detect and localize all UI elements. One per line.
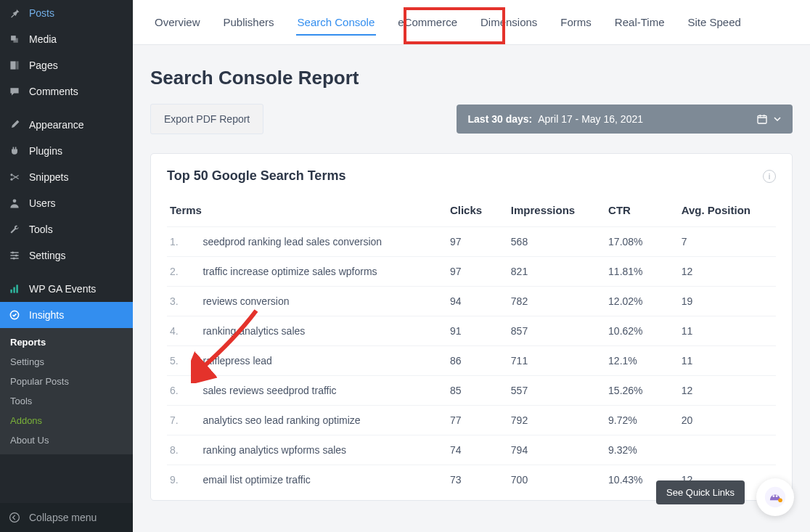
tab-publishers[interactable]: Publishers — [222, 1, 276, 43]
svg-rect-13 — [758, 115, 766, 123]
cell-ctr: 12.1% — [605, 346, 679, 376]
sidebar-item-appearance[interactable]: Appearance — [0, 112, 133, 138]
tab-forms[interactable]: Forms — [559, 1, 593, 43]
col-header: Terms — [167, 194, 447, 227]
cell-avg-position: 12 — [679, 257, 776, 287]
table-row: 3.reviews conversion9478212.02%19 — [167, 287, 776, 316]
cell-impressions: 792 — [508, 406, 605, 435]
table-row: 4.ranking analytics sales9185710.62%11 — [167, 316, 776, 346]
submenu-item-tools[interactable]: Tools — [0, 391, 133, 411]
table-row: 7.analytics seo lead ranking optimize777… — [167, 406, 776, 435]
cell-avg-position: 7 — [679, 227, 776, 257]
sidebar-item-users[interactable]: Users — [0, 190, 133, 216]
sidebar-item-label: Snippets — [29, 171, 68, 183]
search-terms-table: TermsClicksImpressionsCTRAvg. Position 1… — [167, 194, 776, 494]
calendar-icon — [756, 113, 768, 125]
svg-point-4 — [13, 199, 17, 202]
info-icon[interactable]: i — [763, 170, 776, 183]
svg-point-15 — [772, 495, 774, 497]
cell-ctr: 15.26% — [605, 376, 679, 406]
submenu-item-addons[interactable]: Addons — [0, 411, 133, 430]
submenu-item-reports[interactable]: Reports — [0, 332, 133, 352]
cell-avg-position: 19 — [679, 287, 776, 316]
sidebar-item-media[interactable]: Media — [0, 26, 133, 52]
cell-avg-position: 11 — [679, 346, 776, 376]
row-index: 4. — [167, 316, 200, 346]
svg-rect-10 — [16, 285, 17, 292]
row-index: 7. — [167, 406, 200, 435]
cell-clicks: 74 — [447, 435, 508, 465]
cell-avg-position — [679, 435, 776, 465]
sidebar-item-comments[interactable]: Comments — [0, 78, 133, 105]
submenu-item-popular-posts[interactable]: Popular Posts — [0, 372, 133, 391]
col-header: CTR — [605, 194, 679, 227]
submenu-item-settings[interactable]: Settings — [0, 352, 133, 372]
cell-impressions: 821 — [508, 257, 605, 287]
brush-icon — [7, 118, 22, 132]
date-range-label: Last 30 days: — [468, 113, 533, 125]
svg-point-12 — [10, 513, 20, 523]
collapse-menu-button[interactable]: Collapse menu — [0, 503, 133, 532]
sidebar-item-snippets[interactable]: Snippets — [0, 164, 133, 190]
sidebar-item-label: Media — [29, 33, 57, 45]
sidebar-item-label: Comments — [29, 86, 78, 97]
collapse-label: Collapse menu — [29, 512, 97, 523]
export-pdf-button[interactable]: Export PDF Report — [150, 104, 263, 134]
cell-term: email list optimize traffic — [200, 465, 447, 495]
tab-site-speed[interactable]: Site Speed — [686, 1, 742, 43]
svg-point-6 — [15, 254, 17, 256]
main-content: OverviewPublishersSearch ConsoleeCommerc… — [133, 0, 810, 532]
svg-rect-0 — [10, 61, 15, 69]
cell-impressions: 857 — [508, 316, 605, 346]
submenu-item-about-us[interactable]: About Us — [0, 430, 133, 450]
cell-impressions: 794 — [508, 435, 605, 465]
user-icon — [7, 196, 22, 210]
sidebar-item-label: Posts — [29, 7, 54, 19]
row-index: 6. — [167, 376, 200, 406]
cell-ctr: 12.02% — [605, 287, 679, 316]
sidebar-item-label: WP GA Events — [29, 283, 96, 295]
tab-dimensions[interactable]: Dimensions — [479, 1, 539, 43]
sidebar-item-plugins[interactable]: Plugins — [0, 138, 133, 164]
cell-term: ranking analytics wpforms sales — [200, 435, 447, 465]
tab-ecommerce[interactable]: eCommerce — [396, 1, 459, 43]
report-tabs: OverviewPublishersSearch ConsoleeCommerc… — [133, 0, 810, 45]
svg-point-17 — [778, 498, 782, 502]
cell-term: rafflepress lead — [200, 346, 447, 376]
cell-impressions: 557 — [508, 376, 605, 406]
cell-term: seedprod ranking lead sales conversion — [200, 227, 447, 257]
sidebar-item-label: Appearance — [29, 119, 84, 131]
cell-term: sales reviews seedprod traffic — [200, 376, 447, 406]
cell-clicks: 73 — [447, 465, 508, 495]
wrench-icon — [7, 222, 22, 237]
tab-overview[interactable]: Overview — [153, 1, 202, 43]
row-index: 2. — [167, 257, 200, 287]
collapse-icon — [7, 510, 22, 525]
cell-ctr: 10.62% — [605, 316, 679, 346]
comment-icon — [7, 84, 22, 99]
sidebar-item-settings[interactable]: Settings — [0, 242, 133, 269]
sidebar-item-wp-ga-events[interactable]: WP GA Events — [0, 276, 133, 302]
date-range-value: April 17 - May 16, 2021 — [538, 113, 643, 125]
admin-sidebar: PostsMediaPagesComments AppearancePlugin… — [0, 0, 133, 532]
plug-icon — [7, 144, 22, 158]
sidebar-item-posts[interactable]: Posts — [0, 0, 133, 26]
cell-impressions: 568 — [508, 227, 605, 257]
date-range-picker[interactable]: Last 30 days: April 17 - May 16, 2021 — [457, 105, 793, 134]
cell-term: traffic increase optimize sales wpforms — [200, 257, 447, 287]
col-header: Clicks — [447, 194, 508, 227]
table-row: 5.rafflepress lead8671112.1%11 — [167, 346, 776, 376]
cell-clicks: 97 — [447, 227, 508, 257]
cell-clicks: 91 — [447, 316, 508, 346]
col-header: Avg. Position — [679, 194, 776, 227]
insights-icon — [7, 308, 22, 322]
sidebar-item-tools[interactable]: Tools — [0, 216, 133, 242]
cell-clicks: 85 — [447, 376, 508, 406]
row-index: 5. — [167, 346, 200, 376]
tab-real-time[interactable]: Real-Time — [613, 1, 666, 43]
quick-links-button[interactable] — [756, 478, 794, 516]
tab-search-console[interactable]: Search Console — [296, 1, 377, 43]
sidebar-item-insights[interactable]: Insights — [0, 302, 133, 328]
table-row: 2.traffic increase optimize sales wpform… — [167, 257, 776, 287]
sidebar-item-pages[interactable]: Pages — [0, 52, 133, 78]
